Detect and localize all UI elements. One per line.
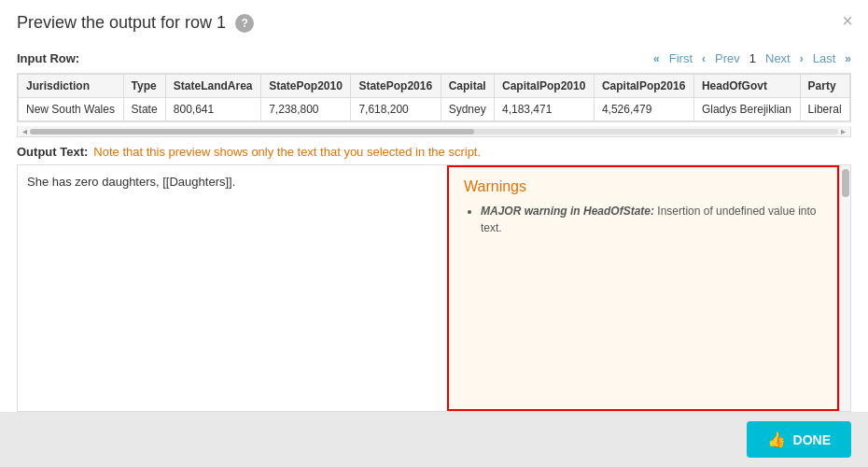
nav-controls: « First ‹ Prev 1 Next › Last » [653, 50, 851, 67]
scroll-right-icon[interactable]: ▸ [838, 126, 848, 136]
table-col-statepop2016: StatePop2016 [351, 75, 441, 98]
last-arrow-icon: » [845, 52, 851, 65]
prev-arrow-icon: ‹ [702, 52, 706, 65]
output-section: Output Text: Note that this preview show… [17, 145, 851, 412]
table-cell: 7,618,200 [351, 98, 441, 121]
prev-button[interactable]: Prev [711, 50, 744, 67]
output-note: Note that this preview shows only the te… [93, 145, 481, 159]
first-button[interactable]: First [665, 50, 696, 67]
output-text-content: She has zero daughters, [[Daughters]]. [18, 165, 447, 411]
table-cell: 4,526,479 [594, 98, 693, 121]
done-label: DONE [793, 432, 831, 447]
thumbs-up-icon: 👍 [767, 431, 786, 448]
close-button[interactable]: × [842, 11, 853, 30]
warnings-title: Warnings [464, 178, 822, 195]
output-label: Output Text: Note that this preview show… [17, 145, 851, 159]
table-col-party: Party [800, 75, 849, 98]
table-header-row: JurisdictionTypeStateLandAreaStatePop201… [19, 75, 850, 98]
table-cell: Liberal [800, 98, 849, 121]
modal-footer: 👍 DONE [0, 412, 868, 467]
modal-header: Preview the output for row 1 ? × [0, 0, 868, 42]
table-col-type: Type [123, 75, 165, 98]
output-area: She has zero daughters, [[Daughters]]. W… [17, 164, 851, 412]
input-row-label: Input Row: « First ‹ Prev 1 Next › Last … [17, 42, 851, 67]
input-row-section: Input Row: « First ‹ Prev 1 Next › Last … [17, 42, 851, 145]
scroll-left-icon[interactable]: ◂ [20, 126, 30, 136]
table-cell: Gladys Berejiklian [693, 98, 800, 121]
table-cell: 7,238,800 [261, 98, 351, 121]
table-col-capital: Capital [441, 75, 494, 98]
warning-key: MAJOR warning in HeadOfState: [481, 205, 654, 218]
warnings-list: MAJOR warning in HeadOfState: Insertion … [464, 203, 822, 236]
help-icon[interactable]: ? [235, 14, 254, 33]
first-arrow-icon: « [653, 52, 660, 65]
next-arrow-icon: › [800, 52, 804, 65]
modal-container: Preview the output for row 1 ? × Input R… [0, 0, 868, 467]
last-button[interactable]: Last [809, 50, 840, 67]
table-cell: New South Wales [19, 98, 124, 121]
table-cell: Sydney [441, 98, 494, 121]
table-col-headofgovt: HeadOfGovt [693, 75, 800, 98]
table-cell: 4,183,471 [494, 98, 594, 121]
output-text: She has zero daughters, [[Daughters]]. [27, 175, 235, 189]
done-button[interactable]: 👍 DONE [747, 421, 851, 458]
scroll-thumb-vertical [842, 169, 849, 197]
table-col-capitalpop2010: CapitalPop2010 [494, 75, 594, 98]
scrollbar-track [30, 129, 838, 134]
scrollbar-thumb [30, 129, 474, 134]
output-scrollbar[interactable] [839, 165, 850, 411]
modal-body: Input Row: « First ‹ Prev 1 Next › Last … [0, 42, 868, 412]
input-table-wrapper: JurisdictionTypeStateLandAreaStatePop201… [17, 73, 851, 122]
warnings-box: Warnings MAJOR warning in HeadOfState: I… [447, 165, 839, 411]
table-col-capitalpop2016: CapitalPop2016 [594, 75, 693, 98]
horizontal-scrollbar[interactable]: ◂ ▸ [17, 126, 851, 137]
table-col-statelandarea: StateLandArea [165, 75, 260, 98]
table-row: New South WalesState800,6417,238,8007,61… [19, 98, 850, 121]
table-col-statepop2010: StatePop2010 [261, 75, 351, 98]
next-button[interactable]: Next [762, 50, 794, 67]
warning-item: MAJOR warning in HeadOfState: Insertion … [481, 203, 822, 236]
table-col-jurisdiction: Jurisdiction [19, 75, 124, 98]
modal-title: Preview the output for row 1 [17, 13, 226, 33]
input-table: JurisdictionTypeStateLandAreaStatePop201… [18, 74, 850, 121]
current-page: 1 [749, 51, 756, 65]
table-cell: 800,641 [165, 98, 260, 121]
table-cell: State [123, 98, 165, 121]
